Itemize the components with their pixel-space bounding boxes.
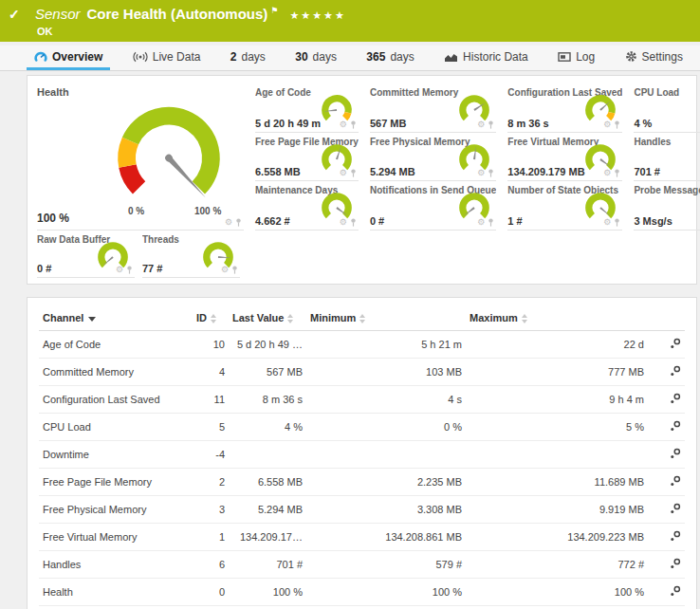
- pin-icon[interactable]: [350, 169, 357, 177]
- gauge-cell[interactable]: Probe Messages per Second 3 Msg/s ⚙: [634, 181, 700, 231]
- channel-name[interactable]: Free Physical Memory: [39, 496, 193, 524]
- column-header-id[interactable]: ID: [193, 305, 229, 331]
- pin-icon[interactable]: [614, 169, 620, 177]
- gauge-settings-gear-icon[interactable]: ⚙: [225, 218, 232, 227]
- gauge-cell[interactable]: Notifications in Send Queue 0 # ⚙: [370, 181, 496, 231]
- channel-settings-icon[interactable]: [648, 496, 685, 524]
- sort-icon: [359, 314, 366, 323]
- channel-settings-icon[interactable]: [648, 359, 685, 386]
- tab-label-bold: 30: [295, 50, 307, 64]
- channel-last-value: 567 MB: [229, 359, 306, 386]
- tab-settings[interactable]: Settings: [617, 46, 691, 70]
- sensor-title: Core Health (Autonomous): [87, 6, 268, 22]
- sensor-header-bar: ✓ SensorCore Health (Autonomous)⚑★★★★★ O…: [0, 0, 700, 42]
- channel-last-value: 100 %: [229, 579, 306, 606]
- pin-icon[interactable]: [235, 218, 242, 227]
- tab-live-data[interactable]: Live Data: [125, 46, 209, 70]
- gauge-settings-gear-icon[interactable]: ⚙: [340, 120, 347, 129]
- channel-settings-icon[interactable]: [648, 331, 685, 359]
- tab-label-bold: 365: [366, 50, 385, 64]
- table-row[interactable]: Health 0 100 % 100 % 100 %: [39, 579, 685, 606]
- pin-icon[interactable]: [350, 218, 357, 227]
- channel-name[interactable]: Handles: [39, 551, 193, 579]
- gauge-cell[interactable]: Handles 701 # ⚙: [634, 133, 700, 182]
- tab-30-days[interactable]: 30 days: [287, 46, 344, 70]
- gauge-cell[interactable]: Raw Data Buffer 0 # ⚙: [37, 231, 135, 278]
- channel-minimum: 103 MB: [306, 359, 466, 386]
- channel-settings-icon[interactable]: [648, 524, 685, 551]
- column-header-channel[interactable]: Channel: [39, 305, 193, 331]
- gauge-cell[interactable]: Configuration Last Saved 8 m 36 s ⚙: [507, 83, 622, 133]
- pin-icon[interactable]: [231, 266, 238, 274]
- gauge-cell[interactable]: Committed Memory 567 MB ⚙: [370, 83, 496, 133]
- table-row[interactable]: Committed Memory 4 567 MB 103 MB 777 MB: [39, 359, 685, 386]
- channel-settings-icon[interactable]: [648, 606, 685, 609]
- health-gauge-cell[interactable]: Health 0 % 100 % 100 % ⚙: [37, 83, 244, 231]
- gauge-settings-gear-icon[interactable]: ⚙: [477, 218, 485, 227]
- channel-name[interactable]: Configuration Last Saved: [39, 386, 193, 414]
- channel-name[interactable]: Age of Code: [39, 331, 193, 359]
- channel-name[interactable]: Health: [39, 579, 193, 606]
- pin-icon[interactable]: [488, 169, 494, 177]
- gauge-cell[interactable]: Free Virtual Memory 134.209.179 MB ⚙: [507, 133, 622, 182]
- gauge-cell[interactable]: Age of Code 5 d 20 h 49 m ⚙: [255, 83, 359, 133]
- channel-name[interactable]: Free Virtual Memory: [39, 524, 193, 551]
- channel-name[interactable]: Committed Memory: [39, 359, 193, 386]
- channel-settings-icon[interactable]: [648, 551, 685, 579]
- table-row[interactable]: Maintenance Days 9 4.662 # 4.662 # 4.698…: [39, 606, 685, 609]
- table-row[interactable]: Free Physical Memory 3 5.294 MB 3.308 MB…: [39, 496, 685, 524]
- gauge-settings-gear-icon[interactable]: ⚙: [477, 120, 485, 129]
- channel-name[interactable]: Free Page File Memory: [39, 469, 193, 496]
- table-row[interactable]: Free Virtual Memory 1 134.209.17… 134.20…: [39, 524, 685, 551]
- priority-flag-icon[interactable]: ⚑: [270, 6, 278, 15]
- table-row[interactable]: Free Page File Memory 2 6.558 MB 2.235 M…: [39, 469, 685, 496]
- pin-icon[interactable]: [614, 218, 620, 227]
- gauge-settings-gear-icon[interactable]: ⚙: [603, 169, 611, 177]
- gauge-cell[interactable]: Free Page File Memory 6.558 MB ⚙: [255, 133, 359, 182]
- gauge-cell[interactable]: Number of State Objects 1 # ⚙: [507, 181, 622, 231]
- gauge-cell[interactable]: Maintenance Days 4.662 # ⚙: [255, 181, 359, 231]
- table-row[interactable]: CPU Load 5 4 % 0 % 5 %: [39, 414, 685, 441]
- channel-name[interactable]: Maintenance Days: [39, 606, 193, 609]
- priority-stars[interactable]: ★★★★★: [289, 9, 345, 21]
- gauge-settings-gear-icon[interactable]: ⚙: [221, 266, 229, 274]
- table-row[interactable]: Configuration Last Saved 11 8 m 36 s 4 s…: [39, 386, 685, 414]
- pin-icon[interactable]: [614, 120, 620, 129]
- tab-365-days[interactable]: 365 days: [359, 46, 421, 70]
- column-header-last-value[interactable]: Last Value: [229, 305, 306, 331]
- gauge-cell[interactable]: Free Physical Memory 5.294 MB ⚙: [370, 133, 496, 182]
- table-row[interactable]: Handles 6 701 # 579 # 772 #: [39, 551, 685, 579]
- gauge-value: 701 #: [634, 166, 660, 177]
- column-header-maximum[interactable]: Maximum: [466, 305, 648, 331]
- gauge-settings-gear-icon[interactable]: ⚙: [603, 120, 611, 129]
- tab-historic-data[interactable]: Historic Data: [436, 46, 536, 70]
- tab-log[interactable]: Log: [550, 46, 602, 70]
- gauge-settings-gear-icon[interactable]: ⚙: [340, 218, 347, 227]
- column-header-minimum[interactable]: Minimum: [306, 305, 466, 331]
- gauge-cell[interactable]: Threads 77 # ⚙: [142, 231, 240, 278]
- pin-icon[interactable]: [350, 120, 357, 129]
- channel-settings-icon[interactable]: [648, 469, 685, 496]
- channel-settings-icon[interactable]: [648, 414, 685, 441]
- pin-icon[interactable]: [488, 120, 494, 129]
- gauge-settings-gear-icon[interactable]: ⚙: [603, 218, 611, 227]
- pin-icon[interactable]: [126, 266, 133, 274]
- gauge-settings-gear-icon[interactable]: ⚙: [477, 169, 485, 177]
- channel-name[interactable]: Downtime: [39, 441, 193, 469]
- gauge-cell[interactable]: CPU Load 4 % ⚙: [634, 83, 700, 133]
- pin-icon[interactable]: [488, 218, 494, 227]
- channel-maximum: 11.689 MB: [466, 469, 648, 496]
- table-row[interactable]: Age of Code 10 5 d 20 h 49 … 5 h 21 m 22…: [39, 331, 685, 359]
- log-icon: [558, 51, 571, 63]
- channel-maximum: 9 h 4 m: [466, 386, 648, 414]
- channel-settings-icon[interactable]: [648, 579, 685, 606]
- tab-2-days[interactable]: 2 days: [223, 46, 273, 70]
- tab-overview[interactable]: Overview: [27, 46, 110, 70]
- channel-name[interactable]: CPU Load: [39, 414, 193, 441]
- channel-settings-icon[interactable]: [648, 386, 685, 414]
- channel-settings-icon[interactable]: [648, 441, 685, 469]
- gauge-settings-gear-icon[interactable]: ⚙: [116, 266, 123, 274]
- gauge-settings-gear-icon[interactable]: ⚙: [340, 169, 347, 177]
- table-row[interactable]: Downtime -4: [39, 441, 685, 469]
- settings-gear-icon: [625, 50, 637, 63]
